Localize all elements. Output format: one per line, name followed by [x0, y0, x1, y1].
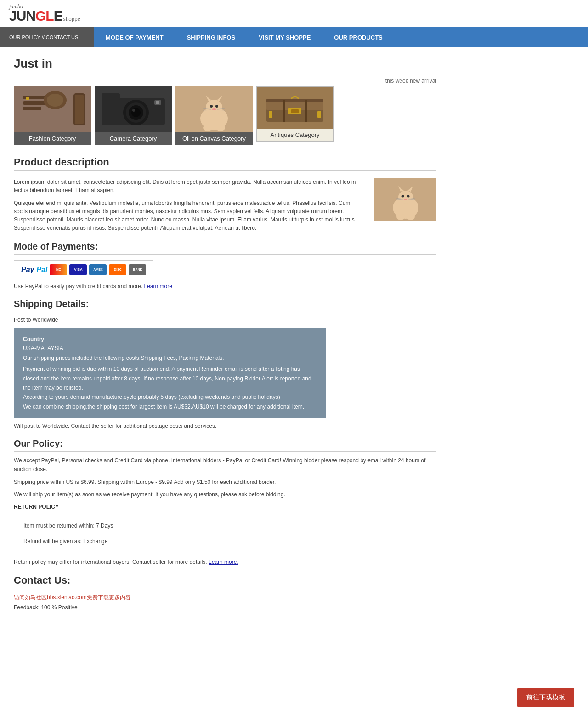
svg-point-33: [216, 125, 225, 131]
nav-visit-shoppe[interactable]: VISIT MY SHOPPE: [247, 27, 322, 47]
policy-text2: Shipping price within US is $6.99. Shipp…: [14, 478, 436, 487]
product-para1: Lorem ipsum dolor sit amet, consectetuer…: [14, 178, 365, 194]
return-note: Return policy may differ for internation…: [14, 559, 436, 565]
antiques-label: Antiques Category: [257, 129, 333, 141]
nav-our-products[interactable]: OUR PRODUCTS: [322, 27, 394, 47]
contact-section: Contact Us: 访问如马社区bbs.xienlao.com免费下载更多内…: [14, 574, 436, 611]
card-amex: AMEX: [89, 264, 107, 275]
canvas-image: [175, 86, 253, 132]
svg-point-50: [407, 195, 410, 198]
policy-text3: We will ship your item(s) as soon as we …: [14, 490, 436, 499]
svg-rect-39: [291, 109, 299, 113]
return-line1: Item must be returned within: 7 Days: [23, 521, 317, 531]
main-content: Just in this week new arrival: [0, 47, 450, 634]
antiques-image: [257, 87, 333, 129]
logo-main: JUNGLE: [9, 9, 62, 23]
fashion-label: Fashion Category: [14, 132, 91, 145]
top-nav-left: OUR POLICY // CONTACT US: [0, 27, 94, 47]
svg-rect-12: [102, 93, 120, 100]
policy-text1: We accept PayPal, Personal checks and Cr…: [14, 456, 436, 474]
product-desc-area: Lorem ipsum dolor sit amet, consectetuer…: [14, 178, 436, 232]
contact-link[interactable]: 访问如马社区bbs.xienlao.com免费下载更多内容: [14, 594, 436, 602]
card-visa: VISA: [69, 264, 87, 275]
svg-point-57: [407, 214, 415, 220]
this-week-label: this week new arrival: [14, 78, 436, 84]
return-line2: Refund will be given as: Exchange: [23, 537, 317, 547]
categories-row: Fashion Category Cam: [14, 86, 436, 145]
svg-rect-42: [283, 100, 285, 122]
country-label: Country:: [23, 335, 317, 344]
shipping-line3: According to yours demand manufacture,cy…: [23, 392, 317, 402]
card-disc: DISC: [109, 264, 126, 275]
svg-rect-41: [317, 111, 321, 118]
svg-point-32: [203, 125, 212, 131]
svg-point-26: [215, 105, 218, 108]
contact-title: Contact Us:: [14, 574, 436, 586]
shipping-line4: We can combine shipping,the shipping cos…: [23, 402, 317, 411]
nav-mode-of-payment[interactable]: MODE OF PAYMENT: [94, 27, 175, 47]
product-desc-text: Lorem ipsum dolor sit amet, consectetuer…: [14, 178, 365, 232]
svg-point-51: [404, 199, 407, 200]
country-value: USA-MALAYSIA: [23, 344, 317, 353]
svg-point-25: [210, 105, 213, 108]
policy-divider: [14, 451, 436, 452]
top-nav-right: MODE OF PAYMENT SHIPPING INFOS VISIT MY …: [94, 27, 588, 47]
canvas-label: Oil on Canvas Category: [175, 132, 253, 145]
shipping-line1: Our shipping prices included the followi…: [23, 353, 317, 363]
fashion-image: [14, 86, 91, 132]
nav-shipping-infos[interactable]: SHIPPING INFOS: [175, 27, 247, 47]
header: jumbo JUNGLE shoppe: [0, 0, 588, 27]
svg-point-22: [206, 100, 222, 114]
shipping-section: Shipping Details: Post to Worldwide Coun…: [14, 299, 436, 429]
card-bank: BANK: [129, 264, 146, 275]
paypal-bar: PayPal MC VISA AMEX DISC BANK: [21, 264, 146, 275]
policy-title: Our Policy:: [14, 438, 436, 449]
svg-rect-40: [269, 111, 272, 118]
svg-point-19: [156, 101, 159, 104]
contact-divider: [14, 589, 436, 589]
svg-rect-37: [266, 99, 323, 102]
return-box: Item must be returned within: 7 Days Ref…: [14, 514, 326, 554]
policy-section: Our Policy: We accept PayPal, Personal c…: [14, 438, 436, 565]
category-canvas[interactable]: Oil on Canvas Category: [175, 86, 253, 145]
paypal-logo: Pay: [21, 266, 34, 274]
svg-point-56: [396, 214, 405, 220]
svg-point-5: [47, 94, 63, 107]
product-desc-divider: [14, 170, 436, 171]
camera-label: Camera Category: [95, 132, 172, 145]
svg-point-17: [132, 109, 135, 112]
return-policy-title: RETURN POLICY: [14, 504, 436, 510]
payments-divider: [14, 254, 436, 255]
svg-point-49: [402, 195, 404, 198]
shipping-divider: [14, 312, 436, 312]
shipping-title: Shipping Details:: [14, 299, 436, 309]
payments-section: Mode of Payments: PayPal MC VISA AMEX DI…: [14, 241, 436, 290]
payment-note: Use PayPal to easily pay with credit car…: [14, 283, 436, 290]
post-worldwide: Post to Worldwide: [14, 317, 436, 323]
shipping-line2: Payment of winning bid is due within 10 …: [23, 364, 317, 392]
payments-title: Mode of Payments:: [14, 241, 436, 252]
top-nav: OUR POLICY // CONTACT US MODE OF PAYMENT…: [0, 27, 588, 47]
payments-box: PayPal MC VISA AMEX DISC BANK: [14, 260, 153, 279]
svg-point-46: [398, 191, 413, 204]
payment-learn-more[interactable]: Learn more: [144, 283, 172, 290]
product-para2: Quisque eleifend mi quis ante. Vestibulu…: [14, 199, 365, 232]
card-mc: MC: [50, 264, 67, 275]
return-learn-more[interactable]: Learn more.: [209, 559, 238, 565]
svg-rect-3: [23, 107, 41, 110]
just-in-title: Just in: [14, 57, 436, 71]
shipping-box: Country: USA-MALAYSIA Our shipping price…: [14, 328, 326, 418]
will-post: Will post to Worldwide. Contact the sell…: [14, 423, 436, 429]
logo-shoppe: shoppe: [63, 16, 80, 22]
product-desc-title: Product description: [14, 156, 436, 168]
category-fashion[interactable]: Fashion Category: [14, 86, 91, 145]
svg-point-27: [212, 108, 216, 110]
camera-image: [95, 86, 172, 132]
category-antiques[interactable]: Antiques Category: [256, 86, 334, 142]
svg-rect-43: [305, 100, 307, 122]
category-camera[interactable]: Camera Category: [95, 86, 172, 145]
feedback: Feedback: 100 % Positive: [14, 604, 436, 611]
logo: jumbo JUNGLE shoppe: [9, 4, 80, 23]
svg-rect-7: [75, 95, 84, 124]
feedback-value: 100 % Positive: [41, 604, 77, 611]
